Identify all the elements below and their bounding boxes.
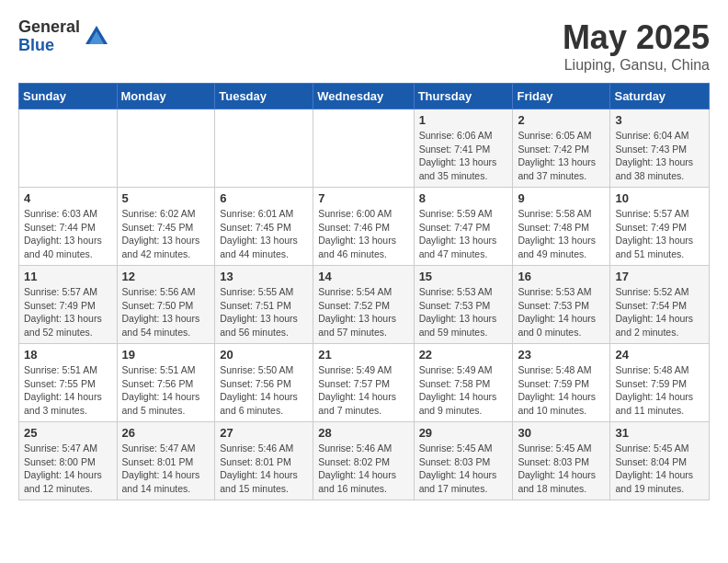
day-number: 4 [24, 191, 112, 205]
day-info: Sunrise: 5:48 AM Sunset: 7:59 PM Dayligh… [615, 363, 704, 418]
calendar-cell-w2d6: 9Sunrise: 5:58 AM Sunset: 7:48 PM Daylig… [513, 188, 610, 266]
month-title: May 2025 [563, 18, 710, 57]
day-info: Sunrise: 6:03 AM Sunset: 7:44 PM Dayligh… [24, 207, 112, 261]
day-number: 16 [518, 270, 605, 283]
calendar-table: SundayMondayTuesdayWednesdayThursdayFrid… [18, 83, 710, 500]
calendar-cell-w3d3: 13Sunrise: 5:55 AM Sunset: 7:51 PM Dayli… [215, 266, 313, 344]
day-number: 18 [24, 348, 112, 362]
day-number: 8 [419, 191, 508, 205]
day-info: Sunrise: 5:49 AM Sunset: 7:57 PM Dayligh… [318, 363, 408, 418]
day-number: 2 [518, 113, 605, 127]
logo-blue: Blue [18, 37, 80, 55]
calendar-cell-w5d6: 30Sunrise: 5:45 AM Sunset: 8:03 PM Dayli… [513, 422, 610, 500]
location: Liuping, Gansu, China [563, 57, 710, 74]
calendar-cell-w4d7: 24Sunrise: 5:48 AM Sunset: 7:59 PM Dayli… [610, 344, 710, 422]
calendar-cell-w5d3: 27Sunrise: 5:46 AM Sunset: 8:01 PM Dayli… [215, 422, 313, 500]
day-info: Sunrise: 5:57 AM Sunset: 7:49 PM Dayligh… [615, 207, 704, 261]
day-info: Sunrise: 5:45 AM Sunset: 8:03 PM Dayligh… [518, 442, 605, 496]
day-info: Sunrise: 5:46 AM Sunset: 8:01 PM Dayligh… [220, 442, 308, 496]
day-number: 22 [419, 348, 508, 362]
day-number: 31 [615, 426, 704, 440]
calendar-cell-w4d3: 20Sunrise: 5:50 AM Sunset: 7:56 PM Dayli… [215, 344, 313, 422]
logo: General Blue [18, 18, 109, 55]
day-number: 1 [419, 113, 508, 127]
day-info: Sunrise: 5:56 AM Sunset: 7:50 PM Dayligh… [122, 285, 210, 339]
weekday-header-wednesday: Wednesday [313, 84, 414, 109]
calendar-cell-w1d7: 3Sunrise: 6:04 AM Sunset: 7:43 PM Daylig… [610, 109, 710, 188]
day-number: 19 [122, 348, 210, 362]
day-number: 28 [318, 426, 408, 440]
day-info: Sunrise: 6:02 AM Sunset: 7:45 PM Dayligh… [122, 207, 210, 261]
day-number: 3 [615, 113, 704, 127]
day-info: Sunrise: 5:54 AM Sunset: 7:52 PM Dayligh… [318, 285, 408, 339]
calendar-cell-w1d6: 2Sunrise: 6:05 AM Sunset: 7:42 PM Daylig… [513, 109, 610, 188]
day-info: Sunrise: 5:57 AM Sunset: 7:49 PM Dayligh… [24, 285, 112, 339]
calendar-cell-w4d2: 19Sunrise: 5:51 AM Sunset: 7:56 PM Dayli… [117, 344, 215, 422]
calendar-cell-w1d3 [215, 109, 313, 188]
day-info: Sunrise: 5:48 AM Sunset: 7:59 PM Dayligh… [518, 363, 605, 418]
calendar-cell-w3d2: 12Sunrise: 5:56 AM Sunset: 7:50 PM Dayli… [117, 266, 215, 344]
day-info: Sunrise: 5:51 AM Sunset: 7:56 PM Dayligh… [122, 363, 210, 418]
day-number: 13 [220, 270, 308, 283]
day-info: Sunrise: 5:51 AM Sunset: 7:55 PM Dayligh… [24, 363, 112, 418]
weekday-header-sunday: Sunday [19, 84, 118, 109]
calendar-cell-w1d2 [117, 109, 215, 188]
calendar-cell-w2d1: 4Sunrise: 6:03 AM Sunset: 7:44 PM Daylig… [19, 188, 118, 266]
weekday-header-thursday: Thursday [414, 84, 513, 109]
calendar-cell-w1d1 [19, 109, 118, 188]
day-number: 25 [24, 426, 112, 440]
day-info: Sunrise: 5:52 AM Sunset: 7:54 PM Dayligh… [615, 285, 704, 339]
day-number: 24 [615, 348, 704, 362]
calendar-cell-w3d6: 16Sunrise: 5:53 AM Sunset: 7:53 PM Dayli… [513, 266, 610, 344]
weekday-header-tuesday: Tuesday [215, 84, 313, 109]
day-info: Sunrise: 6:04 AM Sunset: 7:43 PM Dayligh… [615, 129, 704, 183]
calendar-cell-w5d1: 25Sunrise: 5:47 AM Sunset: 8:00 PM Dayli… [19, 422, 118, 500]
weekday-header-row: SundayMondayTuesdayWednesdayThursdayFrid… [19, 84, 710, 109]
day-info: Sunrise: 5:55 AM Sunset: 7:51 PM Dayligh… [220, 285, 308, 339]
day-number: 11 [24, 270, 112, 283]
day-info: Sunrise: 5:45 AM Sunset: 8:04 PM Dayligh… [615, 442, 704, 496]
weekday-header-friday: Friday [513, 84, 610, 109]
day-number: 10 [615, 191, 704, 205]
calendar-cell-w3d1: 11Sunrise: 5:57 AM Sunset: 7:49 PM Dayli… [19, 266, 118, 344]
day-info: Sunrise: 5:58 AM Sunset: 7:48 PM Dayligh… [518, 207, 605, 261]
day-info: Sunrise: 5:50 AM Sunset: 7:56 PM Dayligh… [220, 363, 308, 418]
calendar-cell-w2d2: 5Sunrise: 6:02 AM Sunset: 7:45 PM Daylig… [117, 188, 215, 266]
page-header: General Blue May 2025 Liuping, Gansu, Ch… [18, 18, 710, 74]
calendar-cell-w5d7: 31Sunrise: 5:45 AM Sunset: 8:04 PM Dayli… [610, 422, 710, 500]
calendar-cell-w4d4: 21Sunrise: 5:49 AM Sunset: 7:57 PM Dayli… [313, 344, 414, 422]
week-row-5: 25Sunrise: 5:47 AM Sunset: 8:00 PM Dayli… [19, 422, 710, 500]
week-row-4: 18Sunrise: 5:51 AM Sunset: 7:55 PM Dayli… [19, 344, 710, 422]
calendar-cell-w3d4: 14Sunrise: 5:54 AM Sunset: 7:52 PM Dayli… [313, 266, 414, 344]
day-info: Sunrise: 5:59 AM Sunset: 7:47 PM Dayligh… [419, 207, 508, 261]
day-number: 21 [318, 348, 408, 362]
day-info: Sunrise: 5:47 AM Sunset: 8:01 PM Dayligh… [122, 442, 210, 496]
calendar-cell-w5d4: 28Sunrise: 5:46 AM Sunset: 8:02 PM Dayli… [313, 422, 414, 500]
logo-icon [84, 24, 109, 50]
day-number: 30 [518, 426, 605, 440]
week-row-3: 11Sunrise: 5:57 AM Sunset: 7:49 PM Dayli… [19, 266, 710, 344]
day-number: 17 [615, 270, 704, 283]
day-info: Sunrise: 6:06 AM Sunset: 7:41 PM Dayligh… [419, 129, 508, 183]
day-info: Sunrise: 5:47 AM Sunset: 8:00 PM Dayligh… [24, 442, 112, 496]
calendar-cell-w2d4: 7Sunrise: 6:00 AM Sunset: 7:46 PM Daylig… [313, 188, 414, 266]
calendar-cell-w2d3: 6Sunrise: 6:01 AM Sunset: 7:45 PM Daylig… [215, 188, 313, 266]
day-number: 9 [518, 191, 605, 205]
calendar-cell-w2d7: 10Sunrise: 5:57 AM Sunset: 7:49 PM Dayli… [610, 188, 710, 266]
day-info: Sunrise: 6:00 AM Sunset: 7:46 PM Dayligh… [318, 207, 408, 261]
week-row-2: 4Sunrise: 6:03 AM Sunset: 7:44 PM Daylig… [19, 188, 710, 266]
day-number: 6 [220, 191, 308, 205]
week-row-1: 1Sunrise: 6:06 AM Sunset: 7:41 PM Daylig… [19, 109, 710, 188]
calendar-cell-w2d5: 8Sunrise: 5:59 AM Sunset: 7:47 PM Daylig… [414, 188, 513, 266]
calendar-cell-w5d2: 26Sunrise: 5:47 AM Sunset: 8:01 PM Dayli… [117, 422, 215, 500]
day-info: Sunrise: 6:01 AM Sunset: 7:45 PM Dayligh… [220, 207, 308, 261]
day-info: Sunrise: 5:49 AM Sunset: 7:58 PM Dayligh… [419, 363, 508, 418]
day-number: 14 [318, 270, 408, 283]
day-number: 5 [122, 191, 210, 205]
weekday-header-monday: Monday [117, 84, 215, 109]
calendar-cell-w4d1: 18Sunrise: 5:51 AM Sunset: 7:55 PM Dayli… [19, 344, 118, 422]
calendar-cell-w5d5: 29Sunrise: 5:45 AM Sunset: 8:03 PM Dayli… [414, 422, 513, 500]
day-number: 29 [419, 426, 508, 440]
day-number: 20 [220, 348, 308, 362]
day-number: 7 [318, 191, 408, 205]
